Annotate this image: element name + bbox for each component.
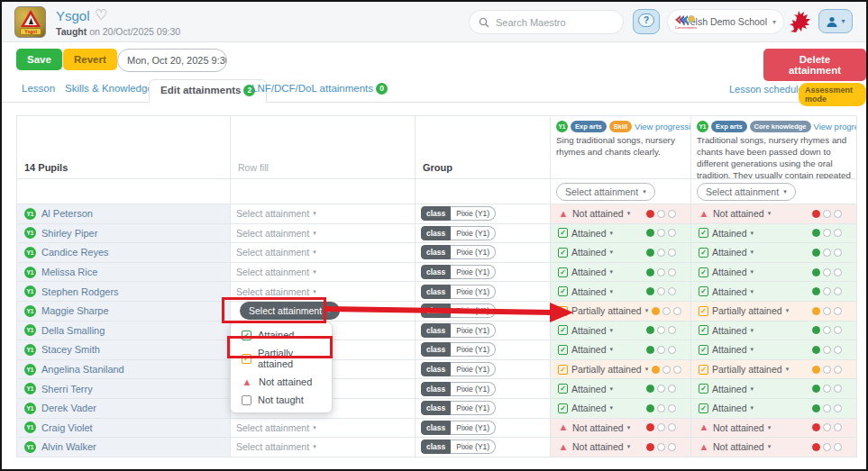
attainment-status-dropdown[interactable]: ✓Attained▾ bbox=[699, 228, 754, 239]
attempt-dot[interactable] bbox=[834, 229, 842, 237]
attainment-status-dropdown[interactable]: ✓Attained▾ bbox=[699, 403, 754, 413]
attempt-dot[interactable] bbox=[834, 404, 842, 412]
attainment-status-dropdown[interactable]: ✓Attained▾ bbox=[558, 247, 613, 258]
attempt-dot-filled[interactable] bbox=[812, 249, 820, 257]
attempt-dot-filled[interactable] bbox=[812, 404, 820, 412]
attempt-dot[interactable] bbox=[823, 423, 831, 431]
row-select-attainment-dropdown[interactable]: Select attainment▾ bbox=[236, 228, 316, 239]
attempt-dot-filled[interactable] bbox=[646, 268, 654, 276]
view-progression-link[interactable]: View progression bbox=[814, 122, 857, 131]
row-select-attainment-dropdown[interactable]: Select attainment▾ bbox=[236, 286, 316, 297]
attempt-dot[interactable] bbox=[823, 210, 831, 218]
class-group-badge[interactable]: classPixie (Y1) bbox=[421, 304, 496, 318]
tab-lnf-dcf-dol-attainments[interactable]: LNF/DCF/DoL attainments0 bbox=[251, 83, 388, 95]
attempt-dot[interactable] bbox=[668, 229, 676, 237]
row-select-attainment-button-active[interactable]: Select attainment▾ bbox=[240, 302, 340, 320]
attempt-dot[interactable] bbox=[834, 287, 842, 295]
attempt-dot[interactable] bbox=[668, 346, 676, 354]
pupil-name-link[interactable]: Alvin Walker bbox=[41, 441, 96, 452]
attempt-dot-filled[interactable] bbox=[812, 210, 820, 218]
attainment-status-dropdown[interactable]: ✓Attained▾ bbox=[558, 228, 613, 239]
attempt-dot[interactable] bbox=[834, 423, 842, 431]
pupil-name-link[interactable]: Candice Reyes bbox=[41, 247, 109, 258]
attempt-dot[interactable] bbox=[662, 366, 671, 374]
class-group-badge[interactable]: classPixie (Y1) bbox=[421, 246, 496, 259]
row-select-attainment-dropdown[interactable]: Select attainment▾ bbox=[236, 267, 316, 277]
attempt-dot-filled[interactable] bbox=[812, 366, 820, 374]
attempt-dot-filled[interactable] bbox=[812, 307, 820, 315]
attainment-status-dropdown[interactable]: ▲Not attained▾ bbox=[558, 441, 630, 452]
datetime-picker[interactable]: Mon, Oct 20, 2025 9:30 AM bbox=[117, 49, 227, 72]
class-group-badge[interactable]: classPixie (Y1) bbox=[421, 323, 496, 337]
attempt-dot[interactable] bbox=[657, 249, 665, 257]
attempt-dot[interactable] bbox=[834, 346, 842, 354]
attempt-dot-filled[interactable] bbox=[652, 366, 660, 374]
attempt-dot[interactable] bbox=[823, 346, 831, 354]
attainment-status-dropdown[interactable]: ✓Partially attained▾ bbox=[699, 305, 789, 316]
pupil-name-link[interactable]: Angelina Staniland bbox=[41, 364, 124, 375]
attempt-dot[interactable] bbox=[668, 210, 676, 218]
attempt-dot[interactable] bbox=[673, 307, 681, 315]
search-box[interactable] bbox=[469, 10, 624, 34]
pupil-name-link[interactable]: Della Smalling bbox=[41, 325, 105, 336]
attempt-dot[interactable] bbox=[834, 307, 842, 315]
attainment-status-dropdown[interactable]: ✓Attained▾ bbox=[558, 325, 613, 336]
class-group-badge[interactable]: classPixie (Y1) bbox=[421, 363, 496, 376]
attainment-status-dropdown[interactable]: ✓Attained▾ bbox=[699, 325, 754, 336]
attainment-status-dropdown[interactable]: ▲Not attained▾ bbox=[558, 208, 630, 219]
attainment-status-dropdown[interactable]: ✓Partially attained▾ bbox=[558, 305, 648, 316]
attempt-dot[interactable] bbox=[668, 326, 676, 334]
attainment-status-dropdown[interactable]: ▲Not attained▾ bbox=[699, 208, 771, 219]
attempt-dot-filled[interactable] bbox=[646, 346, 654, 354]
attempt-dot-filled[interactable] bbox=[646, 385, 654, 393]
attempt-dot[interactable] bbox=[668, 404, 676, 412]
pupil-name-link[interactable]: Melissa Rice bbox=[41, 267, 97, 277]
attempt-dot[interactable] bbox=[823, 404, 831, 412]
class-group-badge[interactable]: classPixie (Y1) bbox=[421, 440, 496, 454]
attempt-dot-filled[interactable] bbox=[812, 385, 820, 393]
row-select-attainment-dropdown[interactable]: Select attainment▾ bbox=[236, 441, 316, 452]
attempt-dot[interactable] bbox=[834, 443, 842, 451]
attempt-dot[interactable] bbox=[834, 326, 842, 334]
class-group-badge[interactable]: classPixie (Y1) bbox=[421, 402, 496, 415]
attempt-dot[interactable] bbox=[668, 423, 676, 431]
attempt-dot[interactable] bbox=[823, 385, 831, 393]
column-select-attainment-dropdown[interactable]: Select attainment▾ bbox=[556, 183, 655, 201]
pupil-name-link[interactable]: Shirley Piper bbox=[41, 228, 97, 239]
row-select-attainment-dropdown[interactable]: Select attainment▾ bbox=[236, 247, 316, 258]
row-select-attainment-dropdown[interactable]: Select attainment▾ bbox=[236, 422, 316, 433]
attempt-dot[interactable] bbox=[823, 366, 831, 374]
attempt-dot[interactable] bbox=[657, 210, 665, 218]
attempt-dot[interactable] bbox=[823, 249, 831, 257]
attempt-dot[interactable] bbox=[657, 443, 665, 451]
attempt-dot[interactable] bbox=[657, 326, 665, 334]
attempt-dot[interactable] bbox=[668, 268, 676, 276]
attempt-dot-filled[interactable] bbox=[646, 404, 654, 412]
attempt-dot[interactable] bbox=[657, 346, 665, 354]
attainment-status-dropdown[interactable]: ▲Not attained▾ bbox=[699, 422, 771, 433]
attempt-dot[interactable] bbox=[834, 385, 842, 393]
attempt-dot[interactable] bbox=[823, 287, 831, 295]
search-input[interactable] bbox=[496, 17, 604, 28]
profile-menu-button[interactable]: ▾ bbox=[818, 9, 853, 33]
attempt-dot[interactable] bbox=[823, 307, 831, 315]
save-button[interactable]: Save bbox=[16, 49, 62, 70]
column-select-attainment-dropdown[interactable]: Select attainment▾ bbox=[697, 183, 796, 201]
class-group-badge[interactable]: classPixie (Y1) bbox=[421, 226, 496, 240]
attempt-dot[interactable] bbox=[834, 268, 842, 276]
attainment-status-dropdown[interactable]: ✓Attained▾ bbox=[699, 344, 754, 355]
pupil-name-link[interactable]: Derek Vader bbox=[41, 403, 96, 413]
attainment-status-dropdown[interactable]: ✓Attained▾ bbox=[699, 286, 754, 297]
attempt-dot[interactable] bbox=[668, 287, 676, 295]
attempt-dot-filled[interactable] bbox=[646, 249, 654, 257]
dropdown-item-attained[interactable]: ✓Attained bbox=[231, 326, 332, 344]
class-group-badge[interactable]: classPixie (Y1) bbox=[421, 343, 496, 357]
attainment-status-dropdown[interactable]: ✓Partially attained▾ bbox=[558, 364, 648, 375]
attempt-dot-filled[interactable] bbox=[812, 423, 820, 431]
attainment-status-dropdown[interactable]: ✓Attained▾ bbox=[558, 286, 613, 297]
class-group-badge[interactable]: classPixie (Y1) bbox=[421, 382, 496, 395]
class-group-badge[interactable]: classPixie (Y1) bbox=[421, 207, 496, 221]
attempt-dot-filled[interactable] bbox=[646, 326, 654, 334]
lesson-schedule-link[interactable]: Lesson schedule bbox=[729, 84, 804, 95]
favourite-heart-icon[interactable]: ♡ bbox=[95, 6, 107, 23]
